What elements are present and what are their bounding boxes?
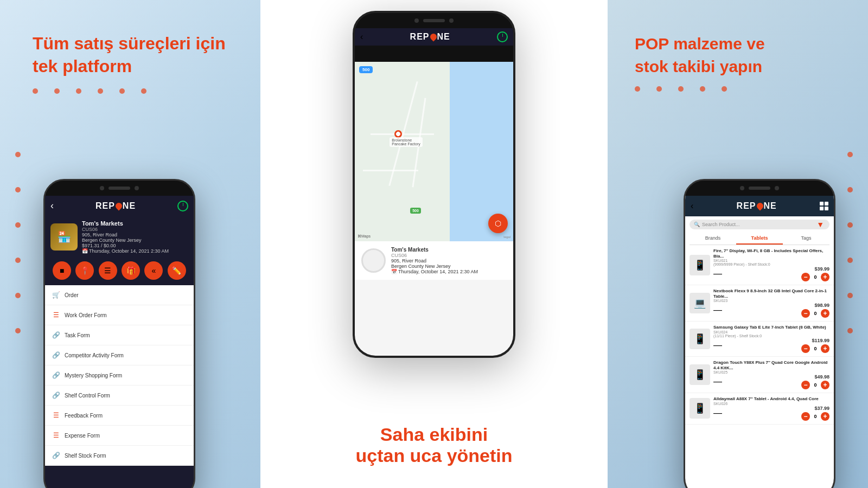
product-sku-5: SKU026: [713, 402, 829, 406]
center-speaker: [423, 19, 445, 22]
side-dot-5: [15, 293, 21, 298]
customer-avatar: 🏪: [50, 223, 78, 251]
product-price-3: $119.99: [801, 338, 829, 343]
product-stock-1: (9999/9999 Piece) - Shelf Stock:0: [713, 262, 829, 266]
logo-rep: REP: [95, 201, 115, 211]
qty-minus-5[interactable]: −: [801, 412, 810, 421]
timer-icon: [177, 201, 188, 211]
search-placeholder: Search Product...: [702, 222, 740, 227]
qty-plus-3[interactable]: +: [821, 344, 829, 353]
menu-item-work-order[interactable]: ☰ Work Order Form: [45, 305, 194, 325]
logo-pin-icon: [114, 201, 123, 210]
tab-tablets[interactable]: Tablets: [736, 233, 783, 245]
right-logo-ne: NE: [764, 201, 777, 211]
menu-item-order[interactable]: 🛒 Order: [45, 285, 194, 305]
qty-val-4: 0: [812, 382, 819, 388]
qty-minus-3[interactable]: −: [801, 344, 810, 353]
customer-info: 🏪 Tom's Markets CUS06 905, River Road Be…: [45, 216, 194, 258]
menu-item-task[interactable]: 🔗 Task Form: [45, 325, 194, 345]
back-button2[interactable]: «: [144, 261, 163, 280]
product-price-5: $37.99: [801, 406, 829, 411]
search-bar[interactable]: 🔍 Search Product...: [690, 220, 829, 229]
list-icon-2: ☰: [52, 411, 60, 420]
tab-brands[interactable]: Brands: [690, 233, 736, 245]
list-button[interactable]: ☰: [99, 261, 117, 280]
calendar-icon: 📅: [82, 248, 88, 254]
left-phone-screen: ‹ REP NE 🏪 Tom's Markets CUS06 905, Rive…: [45, 196, 194, 488]
info-avatar: [361, 248, 386, 273]
menu-item-shelf-control[interactable]: 🔗 Shelf Control Form: [45, 386, 194, 406]
location-button[interactable]: 📍: [75, 261, 94, 280]
right-headline-stok: stok: [635, 57, 668, 75]
menu-item-competitor[interactable]: 🔗 Competitor Activity Form: [45, 345, 194, 365]
map-water: [450, 62, 513, 241]
right-side-dot-2: [847, 187, 853, 192]
product-price-row-5: — $37.99 − 0 +: [713, 406, 829, 421]
product-sku-3: SKU024: [713, 330, 829, 334]
menu-label-mystery: Mystery Shopping Form: [65, 373, 122, 378]
menu-item-shelf-stock[interactable]: 🔗 Shelf Stock Form: [45, 446, 194, 466]
customer-addr2: Bergen County New Jersey: [82, 237, 169, 243]
link-icon-4: 🔗: [52, 391, 60, 400]
center-phone-screen: 500 BrownstonePancake Factory 500 ⬡ ⌘Map…: [355, 62, 513, 358]
grid-cell-2: [825, 202, 828, 206]
right-back-button[interactable]: ‹: [691, 201, 693, 211]
edit-button[interactable]: ✏️: [168, 261, 186, 280]
product-right-2: $98.99 − 0 +: [801, 303, 829, 318]
right-phone-notch: [685, 181, 834, 196]
center-timer-icon: [497, 31, 508, 42]
center-front-camera: [414, 18, 419, 23]
qty-plus-4[interactable]: +: [821, 381, 829, 389]
dot-1: [33, 88, 38, 94]
right-logo-rep: REP: [737, 201, 756, 211]
product-dash-4: —: [713, 377, 722, 387]
center-sensor: [449, 18, 454, 23]
customer-date: Thursday, October 14, 2021 2:30 AM: [89, 248, 169, 254]
menu-item-feedback[interactable]: ☰ Feedback Form: [45, 406, 194, 426]
menu-item-expense[interactable]: ☰ Expense Form: [45, 426, 194, 446]
qty-plus-1[interactable]: +: [821, 273, 829, 281]
menu-item-mystery[interactable]: 🔗 Mystery Shopping Form: [45, 365, 194, 386]
qty-plus-5[interactable]: +: [821, 412, 829, 421]
repzone-logo: REP NE: [95, 201, 136, 211]
highway-badge: 500: [410, 208, 421, 214]
center-repzone-logo: REP NE: [410, 32, 450, 42]
menu-label-task: Task Form: [65, 332, 90, 338]
customer-name: Tom's Markets: [82, 220, 169, 227]
search-container: 🔍 Search Product... ▼: [685, 220, 834, 229]
right-headline: POP malzeme ve stok takibi yapın: [608, 33, 868, 78]
center-back-button[interactable]: ‹: [360, 32, 363, 42]
qty-plus-2[interactable]: +: [821, 309, 829, 318]
customer-id: CUS06: [82, 227, 169, 232]
right-dot-2: [656, 86, 662, 92]
dot-3: [76, 88, 81, 94]
product-item-1: 📱 Fire, 7" Display, Wi-Fi, 8 GB - Includ…: [685, 245, 834, 285]
right-panel: POP malzeme ve stok takibi yapın: [608, 0, 868, 488]
filter-icon[interactable]: ▼: [816, 220, 824, 229]
left-headline: Tüm satış süreçleri için tek platform: [0, 33, 260, 78]
map-background: 500 BrownstonePancake Factory 500 ⬡ ⌘Map…: [355, 62, 513, 241]
right-logo-pin-icon: [755, 202, 764, 211]
qty-minus-2[interactable]: −: [801, 309, 810, 318]
right-headline-malzeme: malzeme: [673, 35, 742, 53]
qty-minus-1[interactable]: −: [801, 273, 810, 281]
link-icon-5: 🔗: [52, 451, 60, 460]
back-button[interactable]: ‹: [50, 200, 54, 211]
dot-4: [98, 88, 103, 94]
product-dash-5: —: [713, 408, 722, 418]
right-headline-p2: ve: [746, 35, 764, 53]
product-sku-2: SKU023: [713, 299, 829, 303]
qty-control-4: − 0 +: [801, 381, 829, 389]
maps-watermark: ⌘Maps: [358, 234, 371, 239]
menu-label-expense: Expense Form: [65, 433, 100, 439]
stop-button[interactable]: ■: [53, 261, 71, 280]
grid-icon[interactable]: [820, 202, 828, 210]
product-name-4: Dragon Touch Y88X Plus 7'' Quad Core Goo…: [713, 360, 829, 370]
left-headline-line2: tek platform: [33, 56, 132, 76]
cart-icon: 🛒: [52, 291, 60, 299]
qty-minus-4[interactable]: −: [801, 381, 810, 389]
tab-tags[interactable]: Tags: [783, 233, 829, 245]
dot-2: [54, 88, 60, 94]
navigation-button[interactable]: ⬡: [488, 214, 508, 233]
gift-button[interactable]: 🎁: [122, 261, 140, 280]
